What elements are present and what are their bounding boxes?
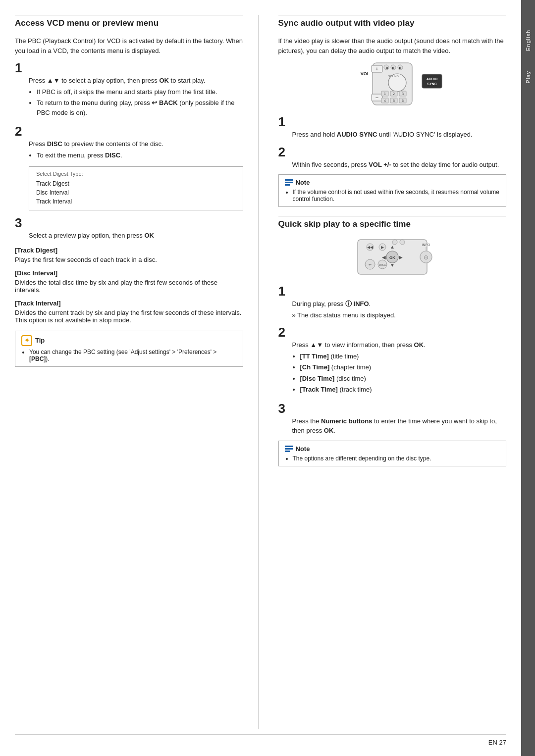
sync-step-1-block: 1 Press and hold AUDIO SYNC until 'AUDIO…	[278, 114, 507, 140]
svg-rect-7	[422, 74, 442, 88]
svg-text:▶: ▶	[392, 66, 394, 69]
nav-remote-svg: OK ▲ ▼ ◀ ▶ ↩ ⓘ	[343, 237, 442, 277]
page-container: Access VCD menu or preview menu The PBC …	[0, 0, 535, 756]
menu-header: Select Digest Type:	[36, 171, 236, 177]
skip-step-1-number: 1	[278, 284, 285, 299]
skip-step-1-sub: » The disc status menu is displayed.	[292, 310, 507, 320]
disc-interval-title: [Disc Interval]	[15, 269, 243, 277]
skip-note-box: Note The options are different depending…	[278, 441, 507, 466]
two-column-layout: Access VCD menu or preview menu The PBC …	[15, 15, 506, 729]
skip-note-icon-line-1	[285, 446, 293, 447]
track-interval-title: [Track Interval]	[15, 300, 243, 307]
svg-text:1: 1	[384, 92, 386, 96]
tip-label: Tip	[35, 337, 45, 344]
skip-bullet-1: [TT Time] (title time)	[300, 352, 507, 361]
step-3-block: 3 Select a preview play option, then pre…	[15, 215, 243, 241]
sync-note-content: If the volume control is not used within…	[285, 189, 500, 202]
page-footer: EN 27	[15, 734, 506, 746]
skip-step-1-text: During play, press ⓘ INFO.	[292, 299, 507, 309]
skip-note-content: The options are different depending on t…	[285, 455, 500, 462]
svg-text:5: 5	[393, 99, 395, 102]
sync-step-2-number: 2	[278, 145, 285, 159]
track-digest-body: Plays the first few seconds of each trac…	[15, 256, 243, 263]
skip-note-header: Note	[285, 445, 500, 453]
svg-text:OK: OK	[389, 255, 395, 260]
sync-step-1-text: Press and hold AUDIO SYNC until 'AUDIO S…	[292, 131, 473, 138]
track-interval-note: This option is not available in stop mod…	[15, 316, 243, 324]
sync-note-box: Note If the volume control is not used w…	[278, 174, 507, 207]
sync-step-1-number: 1	[278, 114, 285, 129]
skip-step-1-block: 1 During play, press ⓘ INFO. » The disc …	[278, 284, 507, 320]
step-1-text: Press ▲▼ to select a play option, then p…	[29, 77, 205, 84]
note-icon-line-1	[285, 179, 293, 181]
svg-text:▶: ▶	[381, 245, 384, 250]
skip-step-2-text: Press ▲▼ to view information, then press…	[292, 341, 426, 349]
tip-content: You can change the PBC setting (see 'Adj…	[21, 349, 237, 362]
step-2-number: 2	[15, 124, 22, 139]
note-icon-block	[285, 179, 293, 186]
skip-note-bullet: The options are different depending on t…	[293, 455, 500, 462]
sync-audio-title: Sync audio output with video play	[278, 15, 507, 31]
skip-step-1-content: During play, press ⓘ INFO. » The disc st…	[292, 299, 507, 320]
svg-text:VOL: VOL	[360, 71, 370, 76]
svg-text:▶: ▶	[399, 66, 401, 69]
right-column: Sync audio output with video play If the…	[273, 15, 507, 729]
step-2-bullet-1: To exit the menu, press DISC.	[37, 151, 243, 160]
menu-item-3: Track Interval	[36, 197, 236, 206]
skip-bullet-2: [Ch Time] (chapter time)	[300, 362, 507, 372]
step-2-block: 2 Press DISC to preview the contents of …	[15, 124, 243, 161]
svg-text:−: −	[375, 95, 378, 101]
svg-text:◀◀: ◀◀	[367, 245, 374, 250]
sync-step-2-text: Within five seconds, press VOL +/- to se…	[292, 161, 499, 168]
sync-audio-intro: If the video play is slower than the aud…	[278, 36, 507, 55]
sync-note-bullet: If the volume control is not used within…	[293, 189, 500, 202]
tip-bullet: You can change the PBC setting (see 'Adj…	[29, 349, 237, 362]
note-icon-line-2	[285, 182, 293, 183]
svg-text:4: 4	[384, 99, 386, 102]
svg-text:AUDIO: AUDIO	[426, 77, 437, 81]
nav-remote-container: OK ▲ ▼ ◀ ▶ ↩ ⓘ	[278, 237, 507, 277]
audio-remote-svg: VOL + − AUDIO SYNC	[338, 60, 447, 107]
skip-step-2-bullets: [TT Time] (title time) [Ch Time] (chapte…	[300, 352, 507, 395]
svg-text:▼: ▼	[390, 262, 395, 268]
svg-text:DISC: DISC	[379, 263, 386, 266]
access-vcd-title: Access VCD menu or preview menu	[15, 15, 243, 31]
menu-box: Select Digest Type: Track Digest Disc In…	[29, 166, 243, 210]
step-2-text: Press DISC to preview the contents of th…	[29, 140, 163, 148]
left-column: Access VCD menu or preview menu The PBC …	[15, 15, 259, 729]
step-3-text: Select a preview play option, then press…	[29, 232, 154, 239]
step-1-bullets: If PBC is off, it skips the menu and sta…	[37, 87, 243, 118]
access-vcd-intro: The PBC (Playback Control) for VCD is ac…	[15, 36, 243, 55]
svg-text:◀: ◀	[382, 254, 386, 260]
sync-step-1-content: Press and hold AUDIO SYNC until 'AUDIO S…	[292, 130, 507, 140]
sync-step-2-block: 2 Within five seconds, press VOL +/- to …	[278, 145, 507, 170]
skip-step-2-content: Press ▲▼ to view information, then press…	[292, 340, 507, 395]
svg-text:ⓘ: ⓘ	[424, 255, 428, 260]
step-1-bullet-1: If PBC is off, it skips the menu and sta…	[37, 87, 243, 97]
svg-text:INFO: INFO	[422, 243, 430, 247]
page-number: EN 27	[488, 739, 506, 746]
side-tab-english-label: English	[525, 30, 531, 51]
tip-header: ✦ Tip	[21, 335, 237, 346]
sync-audio-section: Sync audio output with video play If the…	[278, 15, 507, 207]
skip-step-2-block: 2 Press ▲▼ to view information, then pre…	[278, 325, 507, 396]
disc-interval-body: Divides the total disc time by six and p…	[15, 279, 243, 294]
svg-point-49	[400, 240, 405, 245]
quick-skip-title: Quick skip play to a specific time	[278, 216, 507, 232]
skip-note-icon-line-3	[285, 451, 290, 452]
step-3-number: 3	[15, 215, 22, 230]
skip-bullet-4: [Track Time] (track time)	[300, 385, 507, 395]
side-tab-play-label: Play	[525, 71, 531, 83]
skip-step-3-block: 3 Press the Numeric buttons to enter the…	[278, 401, 507, 436]
skip-step-3-content: Press the Numeric buttons to enter the t…	[292, 416, 507, 436]
side-tab-bar: English Play	[521, 0, 535, 756]
step-1-content: Press ▲▼ to select a play option, then p…	[29, 76, 243, 117]
disc-interval-section: [Disc Interval] Divides the total disc t…	[15, 269, 243, 294]
step-2-content: Press DISC to preview the contents of th…	[29, 139, 243, 160]
skip-note-label: Note	[296, 445, 310, 453]
step-1-bullet-2: To return to the menu during play, press…	[37, 98, 243, 117]
svg-text:SYNC: SYNC	[427, 82, 436, 86]
svg-text:3: 3	[402, 92, 404, 96]
audio-remote-container: VOL + − AUDIO SYNC	[278, 60, 507, 107]
track-interval-section: [Track Interval] Divides the current tra…	[15, 300, 243, 324]
